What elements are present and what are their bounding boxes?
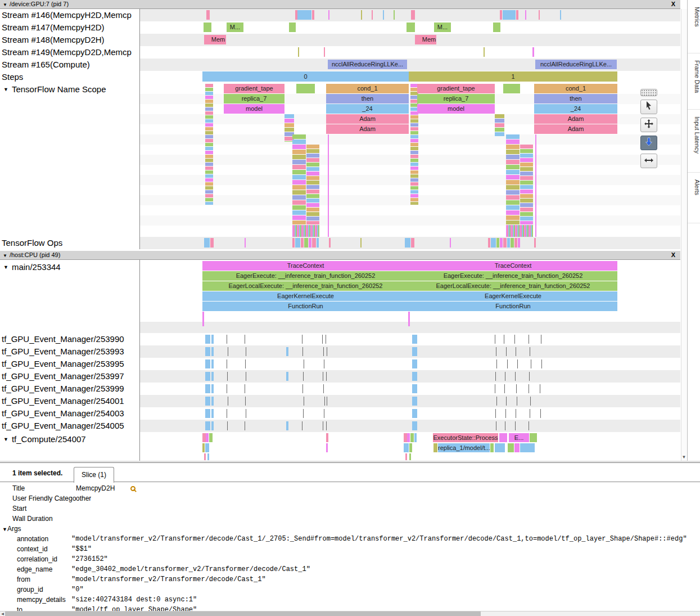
- trace-slice[interactable]: [306, 190, 319, 194]
- trace-event-tick[interactable]: [496, 359, 497, 368]
- trace-slice[interactable]: [205, 92, 213, 95]
- trace-slice[interactable]: then: [534, 94, 617, 104]
- trace-event-tick[interactable]: [324, 409, 324, 418]
- trace-slice[interactable]: [296, 84, 315, 93]
- trace-event-tick[interactable]: [245, 421, 245, 430]
- trace-slice[interactable]: [205, 139, 213, 142]
- trace-slice[interactable]: [324, 47, 325, 57]
- trace-slice[interactable]: TraceContext: [409, 261, 617, 271]
- trace-slice[interactable]: [205, 372, 210, 381]
- side-tab-alerts[interactable]: Alerts: [688, 173, 700, 223]
- trace-slice[interactable]: [292, 140, 306, 144]
- trace-slice[interactable]: [205, 107, 213, 111]
- trace-event-tick[interactable]: [327, 397, 327, 406]
- trace-slice[interactable]: [410, 155, 418, 158]
- trace-slice[interactable]: [211, 384, 214, 393]
- trace-slice[interactable]: [412, 384, 417, 393]
- trace-event-tick[interactable]: [246, 409, 246, 418]
- trace-event-tick[interactable]: [302, 347, 303, 356]
- trace-slice[interactable]: [520, 194, 533, 198]
- trace-slice[interactable]: [298, 47, 299, 57]
- trace-slice[interactable]: [292, 180, 306, 185]
- trace-slice[interactable]: [205, 397, 210, 406]
- trace-slice[interactable]: [499, 433, 507, 442]
- collapse-triangle-icon[interactable]: ▼: [3, 437, 8, 442]
- trace-slice[interactable]: [211, 335, 214, 344]
- trace-slice[interactable]: [292, 175, 306, 179]
- trace-slice[interactable]: [410, 186, 418, 190]
- trace-slice[interactable]: [211, 347, 214, 356]
- side-tab-input-latency[interactable]: Input Latency: [688, 110, 700, 173]
- timing-tool-button[interactable]: [640, 154, 657, 168]
- trace-slice[interactable]: [506, 160, 520, 164]
- trace-slice[interactable]: [301, 238, 304, 248]
- trace-slice[interactable]: [410, 174, 418, 178]
- trace-event-tick[interactable]: [323, 421, 323, 430]
- trace-slice[interactable]: [520, 221, 533, 224]
- trace-slice[interactable]: [317, 238, 319, 248]
- trace-slice[interactable]: [506, 165, 520, 169]
- trace-event-tick[interactable]: [530, 397, 531, 406]
- trace-event-tick[interactable]: [326, 421, 327, 430]
- trace-slice[interactable]: [306, 199, 319, 203]
- trace-slice[interactable]: [495, 132, 504, 136]
- trace-slice[interactable]: [407, 23, 415, 32]
- trace-event-tick[interactable]: [227, 359, 227, 368]
- trace-slice[interactable]: [292, 195, 306, 200]
- magnifier-icon[interactable]: [130, 486, 136, 491]
- trace-slice[interactable]: [204, 23, 211, 32]
- trace-slice[interactable]: [410, 119, 418, 123]
- trace-slice[interactable]: [292, 238, 295, 248]
- trace-slice[interactable]: [503, 10, 516, 20]
- trace-event-tick[interactable]: [324, 397, 325, 406]
- trace-slice[interactable]: [410, 115, 418, 119]
- trace-slice[interactable]: [520, 217, 533, 221]
- trace-slice[interactable]: [514, 443, 520, 452]
- trace-slice[interactable]: [495, 123, 504, 127]
- trace-event-tick[interactable]: [531, 359, 531, 368]
- trace-slice[interactable]: [520, 185, 533, 189]
- trace-event-tick[interactable]: [323, 372, 323, 381]
- trace-slice[interactable]: [292, 150, 306, 154]
- trace-slice[interactable]: [306, 163, 319, 167]
- trace-event-tick[interactable]: [516, 409, 516, 418]
- trace-slice[interactable]: [410, 190, 418, 194]
- trace-slice[interactable]: EagerExecute: __inference_train_function…: [409, 271, 617, 281]
- trace-slice[interactable]: [410, 147, 418, 150]
- trace-event-tick[interactable]: [504, 384, 505, 393]
- trace-event-tick[interactable]: [541, 359, 542, 368]
- trace-slice[interactable]: [506, 225, 533, 237]
- trace-slice[interactable]: [211, 372, 214, 381]
- trace-slice[interactable]: [205, 119, 213, 123]
- trace-event-tick[interactable]: [505, 409, 506, 418]
- trace-slice[interactable]: [210, 238, 214, 248]
- trace-event-tick[interactable]: [506, 397, 507, 406]
- trace-slice[interactable]: [211, 409, 214, 418]
- trace-slice[interactable]: [539, 10, 540, 20]
- trace-slice[interactable]: Adam: [326, 114, 409, 124]
- trace-slice[interactable]: [205, 167, 213, 170]
- trace-event-tick[interactable]: [529, 421, 529, 430]
- trace-slice[interactable]: replica_1/model/t...: [438, 443, 490, 452]
- trace-slice[interactable]: [205, 123, 213, 127]
- trace-event-tick[interactable]: [324, 359, 324, 368]
- trace-slice[interactable]: [205, 143, 213, 146]
- trace-event-tick[interactable]: [227, 384, 227, 393]
- trace-slice[interactable]: gradient_tape: [417, 84, 495, 93]
- trace-slice[interactable]: [410, 163, 418, 166]
- trace-event-tick[interactable]: [529, 384, 529, 393]
- trace-slice[interactable]: [292, 165, 306, 169]
- trace-slice[interactable]: [511, 238, 514, 248]
- trace-slice[interactable]: Adam: [534, 114, 617, 124]
- trace-slice[interactable]: [506, 205, 520, 210]
- trace-slice[interactable]: [407, 433, 410, 442]
- slice-tab[interactable]: Slice (1): [74, 467, 114, 483]
- scroll-down-arrow[interactable]: ▼: [681, 453, 687, 461]
- trace-event-tick[interactable]: [323, 347, 324, 356]
- trace-slice[interactable]: [410, 139, 418, 142]
- trace-slice[interactable]: [410, 198, 418, 201]
- zoom-tool-button[interactable]: [640, 136, 657, 150]
- trace-slice[interactable]: [506, 185, 520, 190]
- trace-event-tick[interactable]: [541, 335, 541, 344]
- trace-slice[interactable]: [500, 238, 503, 248]
